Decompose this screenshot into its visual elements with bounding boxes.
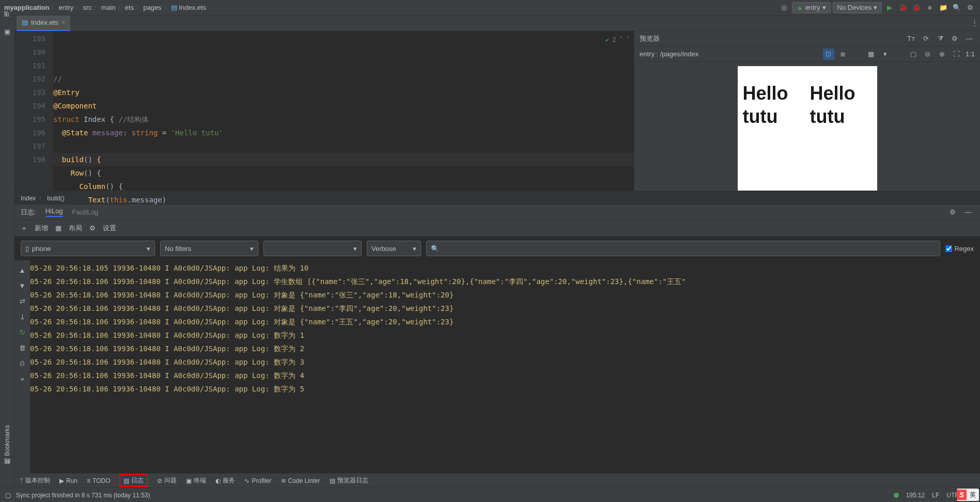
gear-icon[interactable]: ⚙ [965,2,976,13]
log-filter[interactable]: No filters ▾ [160,241,258,256]
breadcrumb-item[interactable]: src [83,4,91,11]
tab-profiler[interactable]: ∿Profiler [244,477,271,484]
folder-tree-icon[interactable]: ▣ [2,26,13,37]
toolbar-settings[interactable]: 设置 [103,224,116,233]
tab-faultlog[interactable]: FaultLog [72,208,99,216]
code-line[interactable] [53,139,634,153]
toolbar-layout[interactable]: 布局 [69,224,82,233]
log-line[interactable]: 05-26 20:56:18.106 19936-10480 I A0c0d0/… [30,382,980,396]
previewer-canvas[interactable]: Hello tutu Hello tutu [634,62,980,191]
sidebar-project[interactable]: 项 [3,18,11,26]
code-line[interactable]: Text(this.message) [53,193,634,207]
more-icon[interactable]: » [17,373,28,384]
breadcrumb-item[interactable]: entry [58,4,73,11]
gear-icon[interactable]: ⚙ [949,33,960,44]
run-icon[interactable]: ▶ [884,2,895,13]
add-icon[interactable]: ＋ [21,224,27,233]
log-line[interactable]: 05-26 20:56:18.106 19936-10480 I A0c0d0/… [30,355,980,369]
trash-icon[interactable]: 🗑 [17,342,28,353]
tag-filter[interactable]: ▾ [263,241,362,256]
editor-inspection-widget[interactable]: ✔ 2 ˆ ˇ [605,33,630,46]
sidebar-structure[interactable]: 结构 [3,465,12,474]
status-indicator-icon[interactable] [894,493,899,498]
collapse-up-icon[interactable]: ▲ [17,264,28,276]
level-filter[interactable]: Verbose ▾ [367,241,421,256]
inspect-icon[interactable]: ⊡ [823,49,834,60]
device-select[interactable]: No Devices ▾ [833,2,882,13]
code-line[interactable]: @Entry [53,86,634,99]
restart-icon[interactable]: ↻ [17,326,28,338]
tab-previewer-log[interactable]: ▤预览器日志 [330,476,368,485]
regex-checkbox[interactable] [945,245,952,252]
debug2-icon[interactable]: 🐞 [911,2,922,13]
log-line[interactable]: 05-26 20:56:18.106 19936-10480 I A0c0d0/… [30,369,980,382]
layers-icon[interactable]: ≣ [837,49,849,60]
tab-version-control[interactable]: ᛘ版本控制 [20,476,50,485]
chevron-up-icon[interactable]: ˆ [619,33,623,46]
debug-icon[interactable]: 🐞 [897,2,909,13]
tab-run[interactable]: ▶Run [59,477,77,484]
wrap-icon[interactable]: ⇄ [17,295,28,307]
log-line[interactable]: 05-26 20:56:18.105 19936-10480 I A0c0d0/… [30,261,980,275]
chevron-down-icon[interactable]: ▾ [880,49,891,60]
ime-indicator[interactable]: S 英 [957,489,979,501]
code-line[interactable]: struct Index { //结构体 [53,113,634,126]
folder-icon[interactable]: 📁 [938,2,949,13]
stop-icon[interactable]: ■ [924,2,936,13]
target-icon[interactable]: ◎ [779,2,790,13]
breadcrumb-item[interactable]: main [101,4,116,11]
layout-icon[interactable]: ▦ [55,224,61,232]
zoom-out-icon[interactable]: ⊖ [922,49,934,60]
refresh-icon[interactable]: ⟳ [920,33,931,44]
tab-hilog[interactable]: HiLog [45,207,63,217]
text-size-icon[interactable]: Tᴛ [906,33,917,44]
status-icon[interactable]: ▢ [5,492,11,499]
log-line[interactable]: 05-26 20:56:18.106 19936-10480 I A0c0d0/… [30,302,980,315]
minimize-icon[interactable]: — [963,33,975,44]
log-search-input[interactable]: 🔍 [426,241,940,256]
tab-logs[interactable]: ▤日志 [119,474,148,487]
gear-icon[interactable]: ⚙ [89,224,96,232]
collapse-down-icon[interactable]: ▼ [17,280,28,291]
tab-todo[interactable]: ≡TODO [87,477,110,484]
sidebar-bookmarks[interactable]: Bookmarks [4,421,11,460]
close-icon[interactable]: × [61,19,66,26]
device-filter[interactable]: ▯phone ▾ [21,241,155,256]
code-line[interactable]: Row() { [53,166,634,180]
run-config-select[interactable]: ▲ entry ▾ [792,2,831,13]
tab-code-linter[interactable]: ≋Code Linter [281,477,320,484]
gear-icon[interactable]: ⚙ [947,207,958,218]
tab-menu-icon[interactable]: ⋮ [969,18,980,29]
log-line[interactable]: 05-26 20:56:18.106 19936-10480 I A0c0d0/… [30,288,980,302]
cursor-position[interactable]: 195:12 [906,492,925,499]
breadcrumb-item[interactable]: Index [21,195,36,202]
crop-icon[interactable]: ▢ [908,49,919,60]
code-line[interactable]: @State message: string = 'Hello tutu' [53,126,634,139]
fit-icon[interactable]: ⛶ [951,49,962,60]
filter-icon[interactable]: ⧩ [935,33,946,44]
zoom-in-icon[interactable]: ⊕ [937,49,948,60]
log-line[interactable]: 05-26 20:56:18.106 19936-10480 I A0c0d0/… [30,275,980,288]
breadcrumb-item[interactable]: ▤ Index.ets [171,4,206,11]
minimize-icon[interactable]: — [962,207,974,218]
file-tab-index[interactable]: ▤ Index.ets × [17,15,70,31]
code-line[interactable]: // [53,72,634,86]
tab-services[interactable]: ◐服务 [215,476,235,485]
log-line[interactable]: 05-26 20:56:18.106 19936-10480 I A0c0d0/… [30,342,980,355]
chevron-down-icon[interactable]: ˇ [626,33,630,46]
log-line[interactable]: 05-26 20:56:18.106 19936-10480 I A0c0d0/… [30,315,980,328]
code-line[interactable]: @Component [53,99,634,113]
tab-problems[interactable]: ⊘问题 [157,476,177,485]
breadcrumb-item[interactable]: pages [143,4,161,11]
export-icon[interactable]: ⎙ [17,357,28,369]
search-icon[interactable]: 🔍 [951,2,962,13]
toolbar-new[interactable]: 新增 [35,224,48,233]
breadcrumb-item[interactable]: ets [125,4,134,11]
breadcrumb-item[interactable]: myapplication [4,4,49,11]
code-line[interactable]: build() { [53,153,634,166]
grid-icon[interactable]: ▦ [865,49,877,60]
scroll-end-icon[interactable]: ⤓ [17,311,28,322]
tab-terminal[interactable]: ▣终端 [186,476,206,485]
line-separator[interactable]: LF [932,492,939,499]
log-line[interactable]: 05-26 20:56:18.106 19936-10480 I A0c0d0/… [30,328,980,342]
